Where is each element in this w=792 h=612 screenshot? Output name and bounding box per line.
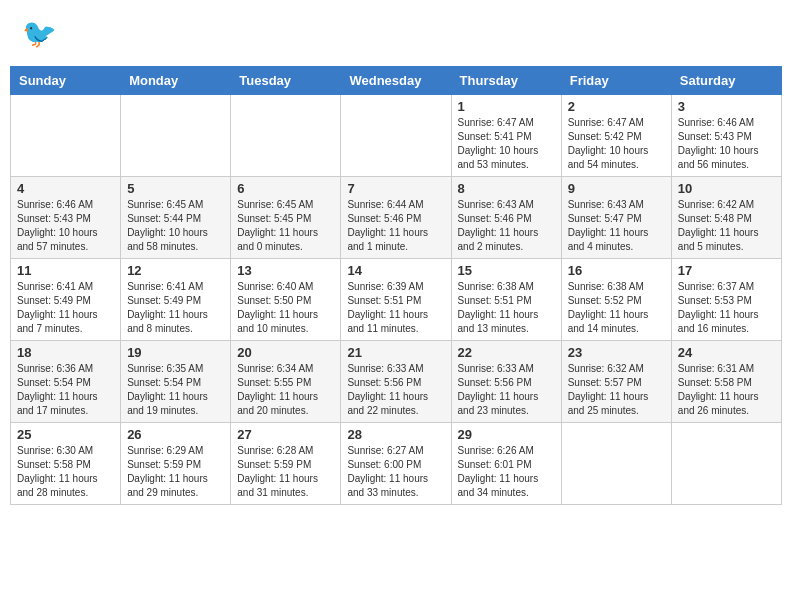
day-info: Sunrise: 6:30 AM Sunset: 5:58 PM Dayligh…	[17, 444, 114, 500]
calendar-cell: 29Sunrise: 6:26 AM Sunset: 6:01 PM Dayli…	[451, 423, 561, 505]
day-number: 1	[458, 99, 555, 114]
weekday-header-friday: Friday	[561, 67, 671, 95]
calendar-cell: 7Sunrise: 6:44 AM Sunset: 5:46 PM Daylig…	[341, 177, 451, 259]
calendar-cell: 11Sunrise: 6:41 AM Sunset: 5:49 PM Dayli…	[11, 259, 121, 341]
calendar-cell: 16Sunrise: 6:38 AM Sunset: 5:52 PM Dayli…	[561, 259, 671, 341]
day-info: Sunrise: 6:47 AM Sunset: 5:41 PM Dayligh…	[458, 116, 555, 172]
calendar-cell: 12Sunrise: 6:41 AM Sunset: 5:49 PM Dayli…	[121, 259, 231, 341]
day-info: Sunrise: 6:26 AM Sunset: 6:01 PM Dayligh…	[458, 444, 555, 500]
day-info: Sunrise: 6:44 AM Sunset: 5:46 PM Dayligh…	[347, 198, 444, 254]
week-row-1: 1Sunrise: 6:47 AM Sunset: 5:41 PM Daylig…	[11, 95, 782, 177]
day-number: 7	[347, 181, 444, 196]
calendar-cell: 19Sunrise: 6:35 AM Sunset: 5:54 PM Dayli…	[121, 341, 231, 423]
calendar-cell: 15Sunrise: 6:38 AM Sunset: 5:51 PM Dayli…	[451, 259, 561, 341]
calendar-cell	[11, 95, 121, 177]
day-number: 19	[127, 345, 224, 360]
calendar-cell: 21Sunrise: 6:33 AM Sunset: 5:56 PM Dayli…	[341, 341, 451, 423]
calendar-cell: 26Sunrise: 6:29 AM Sunset: 5:59 PM Dayli…	[121, 423, 231, 505]
day-number: 26	[127, 427, 224, 442]
calendar-body: 1Sunrise: 6:47 AM Sunset: 5:41 PM Daylig…	[11, 95, 782, 505]
weekday-header-monday: Monday	[121, 67, 231, 95]
day-number: 8	[458, 181, 555, 196]
weekday-header-thursday: Thursday	[451, 67, 561, 95]
calendar-cell: 24Sunrise: 6:31 AM Sunset: 5:58 PM Dayli…	[671, 341, 781, 423]
day-number: 12	[127, 263, 224, 278]
day-number: 16	[568, 263, 665, 278]
day-info: Sunrise: 6:43 AM Sunset: 5:46 PM Dayligh…	[458, 198, 555, 254]
calendar-cell: 17Sunrise: 6:37 AM Sunset: 5:53 PM Dayli…	[671, 259, 781, 341]
week-row-2: 4Sunrise: 6:46 AM Sunset: 5:43 PM Daylig…	[11, 177, 782, 259]
calendar-cell: 27Sunrise: 6:28 AM Sunset: 5:59 PM Dayli…	[231, 423, 341, 505]
calendar-cell	[561, 423, 671, 505]
calendar-cell	[341, 95, 451, 177]
day-number: 6	[237, 181, 334, 196]
calendar-cell: 18Sunrise: 6:36 AM Sunset: 5:54 PM Dayli…	[11, 341, 121, 423]
day-info: Sunrise: 6:39 AM Sunset: 5:51 PM Dayligh…	[347, 280, 444, 336]
calendar-cell: 28Sunrise: 6:27 AM Sunset: 6:00 PM Dayli…	[341, 423, 451, 505]
weekday-header-wednesday: Wednesday	[341, 67, 451, 95]
calendar-cell: 10Sunrise: 6:42 AM Sunset: 5:48 PM Dayli…	[671, 177, 781, 259]
calendar-cell: 5Sunrise: 6:45 AM Sunset: 5:44 PM Daylig…	[121, 177, 231, 259]
day-number: 14	[347, 263, 444, 278]
weekday-header-row: SundayMondayTuesdayWednesdayThursdayFrid…	[11, 67, 782, 95]
calendar-cell: 23Sunrise: 6:32 AM Sunset: 5:57 PM Dayli…	[561, 341, 671, 423]
day-number: 18	[17, 345, 114, 360]
calendar-cell: 22Sunrise: 6:33 AM Sunset: 5:56 PM Dayli…	[451, 341, 561, 423]
day-info: Sunrise: 6:46 AM Sunset: 5:43 PM Dayligh…	[678, 116, 775, 172]
calendar-cell: 13Sunrise: 6:40 AM Sunset: 5:50 PM Dayli…	[231, 259, 341, 341]
day-number: 22	[458, 345, 555, 360]
calendar-cell: 9Sunrise: 6:43 AM Sunset: 5:47 PM Daylig…	[561, 177, 671, 259]
calendar-cell	[121, 95, 231, 177]
day-info: Sunrise: 6:32 AM Sunset: 5:57 PM Dayligh…	[568, 362, 665, 418]
day-info: Sunrise: 6:45 AM Sunset: 5:44 PM Dayligh…	[127, 198, 224, 254]
day-info: Sunrise: 6:34 AM Sunset: 5:55 PM Dayligh…	[237, 362, 334, 418]
calendar-cell: 20Sunrise: 6:34 AM Sunset: 5:55 PM Dayli…	[231, 341, 341, 423]
calendar-cell: 6Sunrise: 6:45 AM Sunset: 5:45 PM Daylig…	[231, 177, 341, 259]
day-info: Sunrise: 6:45 AM Sunset: 5:45 PM Dayligh…	[237, 198, 334, 254]
day-number: 17	[678, 263, 775, 278]
day-info: Sunrise: 6:31 AM Sunset: 5:58 PM Dayligh…	[678, 362, 775, 418]
day-number: 4	[17, 181, 114, 196]
day-number: 15	[458, 263, 555, 278]
day-info: Sunrise: 6:27 AM Sunset: 6:00 PM Dayligh…	[347, 444, 444, 500]
day-number: 20	[237, 345, 334, 360]
calendar-table: SundayMondayTuesdayWednesdayThursdayFrid…	[10, 66, 782, 505]
day-number: 29	[458, 427, 555, 442]
weekday-header-sunday: Sunday	[11, 67, 121, 95]
day-number: 13	[237, 263, 334, 278]
day-number: 21	[347, 345, 444, 360]
week-row-5: 25Sunrise: 6:30 AM Sunset: 5:58 PM Dayli…	[11, 423, 782, 505]
day-info: Sunrise: 6:33 AM Sunset: 5:56 PM Dayligh…	[458, 362, 555, 418]
day-number: 25	[17, 427, 114, 442]
weekday-header-saturday: Saturday	[671, 67, 781, 95]
day-info: Sunrise: 6:38 AM Sunset: 5:51 PM Dayligh…	[458, 280, 555, 336]
day-info: Sunrise: 6:47 AM Sunset: 5:42 PM Dayligh…	[568, 116, 665, 172]
day-info: Sunrise: 6:40 AM Sunset: 5:50 PM Dayligh…	[237, 280, 334, 336]
day-info: Sunrise: 6:46 AM Sunset: 5:43 PM Dayligh…	[17, 198, 114, 254]
calendar-cell: 25Sunrise: 6:30 AM Sunset: 5:58 PM Dayli…	[11, 423, 121, 505]
day-info: Sunrise: 6:37 AM Sunset: 5:53 PM Dayligh…	[678, 280, 775, 336]
calendar-cell	[231, 95, 341, 177]
logo: 🐦	[20, 15, 58, 51]
day-info: Sunrise: 6:28 AM Sunset: 5:59 PM Dayligh…	[237, 444, 334, 500]
day-number: 9	[568, 181, 665, 196]
day-number: 24	[678, 345, 775, 360]
day-info: Sunrise: 6:35 AM Sunset: 5:54 PM Dayligh…	[127, 362, 224, 418]
day-info: Sunrise: 6:42 AM Sunset: 5:48 PM Dayligh…	[678, 198, 775, 254]
day-number: 2	[568, 99, 665, 114]
day-number: 10	[678, 181, 775, 196]
day-info: Sunrise: 6:33 AM Sunset: 5:56 PM Dayligh…	[347, 362, 444, 418]
week-row-3: 11Sunrise: 6:41 AM Sunset: 5:49 PM Dayli…	[11, 259, 782, 341]
calendar-cell: 1Sunrise: 6:47 AM Sunset: 5:41 PM Daylig…	[451, 95, 561, 177]
day-number: 28	[347, 427, 444, 442]
calendar-cell: 4Sunrise: 6:46 AM Sunset: 5:43 PM Daylig…	[11, 177, 121, 259]
day-info: Sunrise: 6:29 AM Sunset: 5:59 PM Dayligh…	[127, 444, 224, 500]
day-info: Sunrise: 6:41 AM Sunset: 5:49 PM Dayligh…	[17, 280, 114, 336]
logo-icon: 🐦	[20, 15, 56, 51]
calendar-cell: 14Sunrise: 6:39 AM Sunset: 5:51 PM Dayli…	[341, 259, 451, 341]
weekday-header-tuesday: Tuesday	[231, 67, 341, 95]
calendar-cell	[671, 423, 781, 505]
calendar-cell: 3Sunrise: 6:46 AM Sunset: 5:43 PM Daylig…	[671, 95, 781, 177]
day-number: 27	[237, 427, 334, 442]
calendar-cell: 8Sunrise: 6:43 AM Sunset: 5:46 PM Daylig…	[451, 177, 561, 259]
